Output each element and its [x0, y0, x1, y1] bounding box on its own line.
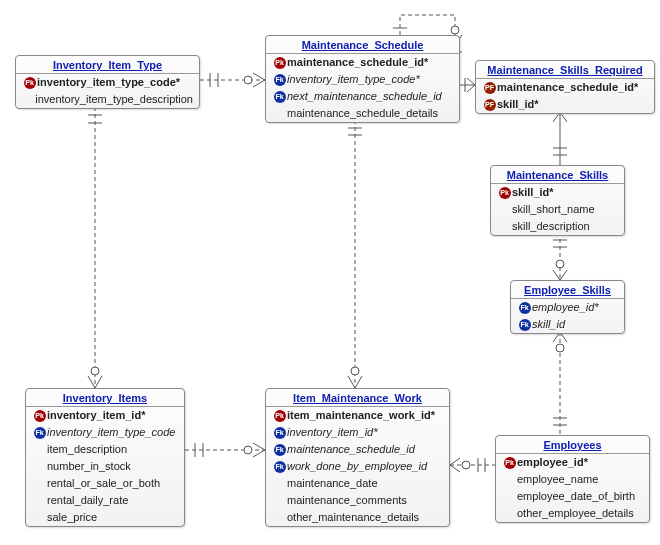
attr-row: inventory_item_type_description	[16, 91, 199, 108]
svg-point-33	[462, 461, 470, 469]
entity-title: Maintenance_Schedule	[266, 36, 459, 54]
svg-point-3	[244, 76, 252, 84]
fk-icon: Fk	[274, 444, 286, 456]
entity-inventory-item-type[interactable]: Inventory_Item_Type Pkinventory_item_typ…	[15, 55, 200, 109]
svg-point-19	[556, 260, 564, 268]
attr-row: Fknext_maintenance_schedule_id	[266, 88, 459, 105]
attr-row: Pkskill_id*	[491, 184, 624, 201]
svg-point-21	[556, 344, 564, 352]
attr-row: PFskill_id*	[476, 96, 654, 113]
pf-icon: PF	[484, 82, 496, 94]
attr-row: skill_description	[491, 218, 624, 235]
fk-icon: Fk	[519, 319, 531, 331]
entity-title: Maintenance_Skills_Required	[476, 61, 654, 79]
attr-row: Pkemployee_id*	[496, 454, 649, 471]
entity-employee-skills[interactable]: Employee_Skills Fkemployee_id* Fkskill_i…	[510, 280, 625, 334]
entity-maintenance-skills[interactable]: Maintenance_Skills Pkskill_id* skill_sho…	[490, 165, 625, 236]
fk-icon: Fk	[274, 74, 286, 86]
pk-icon: Pk	[274, 410, 286, 422]
pk-icon: Pk	[274, 57, 286, 69]
pk-icon: Pk	[504, 457, 516, 469]
er-diagram: Inventory_Item_Type Pkinventory_item_typ…	[0, 0, 660, 545]
entity-item-maintenance-work[interactable]: Item_Maintenance_Work Pkitem_maintenance…	[265, 388, 450, 527]
attr-row: employee_name	[496, 471, 649, 488]
attr-row: sale_price	[26, 509, 184, 526]
pk-icon: Pk	[34, 410, 46, 422]
pf-icon: PF	[484, 99, 496, 111]
entity-maintenance-skills-required[interactable]: Maintenance_Skills_Required PFmaintenanc…	[475, 60, 655, 114]
attr-row: other_employee_details	[496, 505, 649, 522]
attr-row: Fkskill_id	[511, 316, 624, 333]
entity-title: Maintenance_Skills	[491, 166, 624, 184]
attr-row: Pkinventory_item_type_code*	[16, 74, 199, 91]
fk-icon: Fk	[274, 461, 286, 473]
attr-row: Fkinventory_item_type_code*	[266, 71, 459, 88]
svg-point-27	[351, 367, 359, 375]
svg-point-7	[91, 367, 99, 375]
fk-icon: Fk	[519, 302, 531, 314]
pk-icon: Pk	[24, 77, 36, 89]
svg-point-31	[244, 446, 252, 454]
attr-row: Fkinventory_item_type_code	[26, 424, 184, 441]
attr-row: rental_or_sale_or_both	[26, 475, 184, 492]
attr-row: employee_date_of_birth	[496, 488, 649, 505]
entity-title: Inventory_Items	[26, 389, 184, 407]
attr-row: PFmaintenance_schedule_id*	[476, 79, 654, 96]
attr-row: item_description	[26, 441, 184, 458]
entity-title: Employees	[496, 436, 649, 454]
attr-row: Fkwork_done_by_employee_id	[266, 458, 449, 475]
fk-icon: Fk	[274, 91, 286, 103]
attr-row: Fkemployee_id*	[511, 299, 624, 316]
attr-row: maintenance_date	[266, 475, 449, 492]
attr-row: Fkmaintenance_schedule_id	[266, 441, 449, 458]
entity-inventory-items[interactable]: Inventory_Items Pkinventory_item_id* Fki…	[25, 388, 185, 527]
attr-row: Pkitem_maintenance_work_id*	[266, 407, 449, 424]
attr-row: number_in_stock	[26, 458, 184, 475]
entity-title: Inventory_Item_Type	[16, 56, 199, 74]
fk-icon: Fk	[34, 427, 46, 439]
svg-point-10	[451, 26, 459, 34]
attr-row: skill_short_name	[491, 201, 624, 218]
attr-row: maintenance_schedule_details	[266, 105, 459, 122]
attr-row: maintenance_comments	[266, 492, 449, 509]
entity-title: Item_Maintenance_Work	[266, 389, 449, 407]
entity-title: Employee_Skills	[511, 281, 624, 299]
attr-row: other_maintenance_details	[266, 509, 449, 526]
attr-row: Pkinventory_item_id*	[26, 407, 184, 424]
attr-row: rental_daily_rate	[26, 492, 184, 509]
entity-employees[interactable]: Employees Pkemployee_id* employee_name e…	[495, 435, 650, 523]
pk-icon: Pk	[499, 187, 511, 199]
attr-row: Pkmaintenance_schedule_id*	[266, 54, 459, 71]
entity-maintenance-schedule[interactable]: Maintenance_Schedule Pkmaintenance_sched…	[265, 35, 460, 123]
attr-row: Fkinventory_item_id*	[266, 424, 449, 441]
fk-icon: Fk	[274, 427, 286, 439]
